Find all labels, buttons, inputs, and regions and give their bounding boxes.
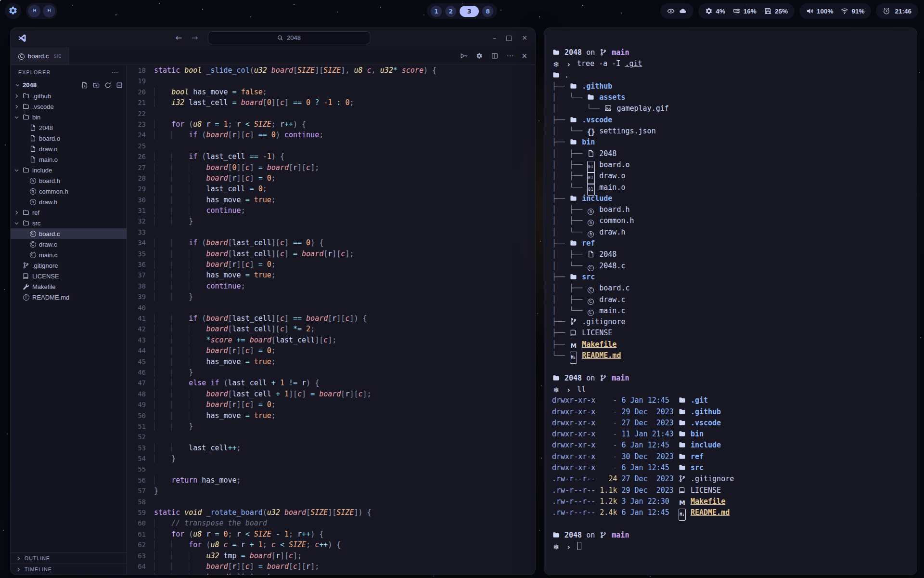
explorer-item-.github[interactable]: .github [11,91,127,101]
explorer-item-2048[interactable]: 2048 [11,122,127,133]
explorer-more-button[interactable]: ⋯ [112,68,119,76]
branch-icon [599,374,607,381]
explorer-item-draw.c[interactable]: Cdraw.c [11,239,127,250]
workspace-3[interactable]: 3 [460,6,479,17]
explorer-item-bin[interactable]: bin [11,112,127,122]
launcher-button[interactable] [5,3,21,19]
code-line-49[interactable]: 49 board[r][c] = 0; [127,399,535,410]
code-line-23[interactable]: 23 for (u8 r = 1; r < SIZE; r++) { [127,119,535,130]
code-line-61[interactable]: 61 for (u8 r = 0; r < SIZE - 1; r++) { [127,529,535,539]
code-line-35[interactable]: 35 board[last_cell][c] = board[r][c]; [127,249,535,259]
explorer-item-board.h[interactable]: hboard.h [11,175,127,186]
code-line-46[interactable]: 46 } [127,367,535,378]
code-line-31[interactable]: 31 continue; [127,205,535,216]
code-line-28[interactable]: 28 board[r][c] = 0; [127,173,535,184]
code-line-18[interactable]: 18static bool _slide_col(u32 board[SIZE]… [127,65,535,76]
maximize-button[interactable]: □ [506,34,512,41]
code-line-27[interactable]: 27 board[0][c] = board[r][c]; [127,162,535,173]
explorer-item-board.o[interactable]: board.o [11,133,127,144]
code-line-25[interactable]: 25 [127,141,535,151]
code-line-21[interactable]: 21 i32 last_cell = board[0][c] == 0 ? -1… [127,97,535,108]
explorer-item-Makefile[interactable]: Makefile [11,281,127,292]
code-line-47[interactable]: 47 else if (last_cell + 1 != r) { [127,378,535,388]
terminal-window[interactable]: 2048 on main❄ › tree -a -I .git .├── .gi… [544,27,917,575]
split-editor-button[interactable] [491,53,499,59]
code-line-43[interactable]: 43 *score += board[last_cell][c]; [127,335,535,345]
explorer-item-main.o[interactable]: main.o [11,154,127,165]
code-line-52[interactable]: 52 [127,432,535,442]
collapse-folders-button[interactable] [116,82,123,89]
terminal-line: ├── M Makefile [552,339,909,350]
code-line-20[interactable]: 20 bool has_move = false; [127,87,535,97]
code-line-41[interactable]: 41 if (board[last_cell][c] == board[r][c… [127,313,535,324]
workspace-2[interactable]: 2 [445,6,456,17]
code-line-48[interactable]: 48 board[last_cell + 1][c] = board[r][c]… [127,389,535,399]
explorer-item-ref[interactable]: ref [11,207,127,218]
explorer-item-LICENSE[interactable]: LICENSE [11,271,127,281]
code-line-26[interactable]: 26 if (last_cell == -1) { [127,151,535,162]
code-line-57[interactable]: 57} [127,486,535,496]
code-line-42[interactable]: 42 board[last_cell][c] *= 2; [127,324,535,334]
workspace-8[interactable]: 8 [482,6,493,17]
explorer-item-README.md[interactable]: iREADME.md [11,292,127,302]
run-code-button[interactable] [460,53,468,59]
code-line-24[interactable]: 24 if (board[r][c] == 0) continue; [127,130,535,140]
workspace-1[interactable]: 1 [431,6,442,17]
new-folder-button[interactable] [93,82,100,89]
code-line-19[interactable]: 19 [127,76,535,86]
code-line-44[interactable]: 44 board[r][c] = 0; [127,345,535,356]
code-line-60[interactable]: 60 // transpose the board [127,518,535,528]
explorer-project-root[interactable]: 2048 [11,79,127,91]
explorer-item-draw.h[interactable]: hdraw.h [11,197,127,207]
code-line-56[interactable]: 56 return has_move; [127,475,535,486]
explorer-item-include[interactable]: include [11,165,127,175]
code-line-58[interactable]: 58 [127,497,535,507]
code-line-33[interactable]: 33 [127,227,535,237]
explorer-item-src[interactable]: src [11,218,127,228]
code-line-40[interactable]: 40 [127,302,535,313]
code-line-53[interactable]: 53 last_cell++; [127,443,535,453]
explorer-item-.vscode[interactable]: .vscode [11,101,127,112]
code-line-50[interactable]: 50 has_move = true; [127,410,535,421]
timeline-section[interactable]: TIMELINE [11,564,127,575]
code-line-38[interactable]: 38 continue; [127,281,535,291]
skip-forward-button[interactable] [43,5,55,17]
code-line-51[interactable]: 51 } [127,421,535,432]
explorer-item-main.c[interactable]: Cmain.c [11,250,127,260]
code-line-54[interactable]: 54 } [127,453,535,464]
editor[interactable]: 18static bool _slide_col(u32 board[SIZE]… [127,65,535,575]
code-line-59[interactable]: 59static void _rotate_board(u32 board[SI… [127,507,535,518]
code-line-32[interactable]: 32 } [127,216,535,226]
more-actions-button[interactable]: ⋯ [506,52,513,60]
explorer-item-common.h[interactable]: hcommon.h [11,186,127,197]
code-line-30[interactable]: 30 has_move = true; [127,195,535,205]
code-line-34[interactable]: 34 if (board[last_cell][c] == 0) { [127,237,535,248]
refresh-explorer-button[interactable] [104,82,111,89]
new-file-button[interactable] [81,82,88,89]
explorer-item-board.c[interactable]: Cboard.c [11,228,127,239]
code-line-63[interactable]: 63 u32 tmp = board[r][c]; [127,551,535,561]
explorer-item-draw.o[interactable]: draw.o [11,144,127,154]
code-line-62[interactable]: 62 for (u8 c = r + 1; c < SIZE; c++) { [127,539,535,550]
code-line-37[interactable]: 37 has_move = true; [127,270,535,280]
code-line-39[interactable]: 39 } [127,291,535,302]
code-line-29[interactable]: 29 last_cell = 0; [127,184,535,194]
code-line-36[interactable]: 36 board[r][c] = 0; [127,259,535,270]
command-center-search[interactable]: 2048 [207,31,370,44]
outline-section[interactable]: OUTLINE [11,552,127,564]
code-line-22[interactable]: 22 [127,108,535,119]
code-line-55[interactable]: 55 [127,464,535,474]
nav-forward-button[interactable]: → [192,33,198,42]
skip-back-button[interactable] [28,5,40,17]
close-window-button[interactable]: × [522,34,527,41]
code-line-65[interactable]: 65 board[c][r] = tmp; [127,572,535,575]
close-editor-button[interactable]: × [521,52,527,60]
minimize-button[interactable]: – [493,34,496,41]
code-line-64[interactable]: 64 board[r][c] = board[c][r]; [127,561,535,572]
explorer-item-.gitignore[interactable]: .gitignore [11,260,127,271]
nav-back-button[interactable]: ← [176,33,182,42]
editor-settings-icon[interactable] [475,53,483,59]
tab-board.c[interactable]: C board.c src [11,47,69,65]
volume-icon [806,7,814,15]
code-line-45[interactable]: 45 has_move = true; [127,356,535,367]
